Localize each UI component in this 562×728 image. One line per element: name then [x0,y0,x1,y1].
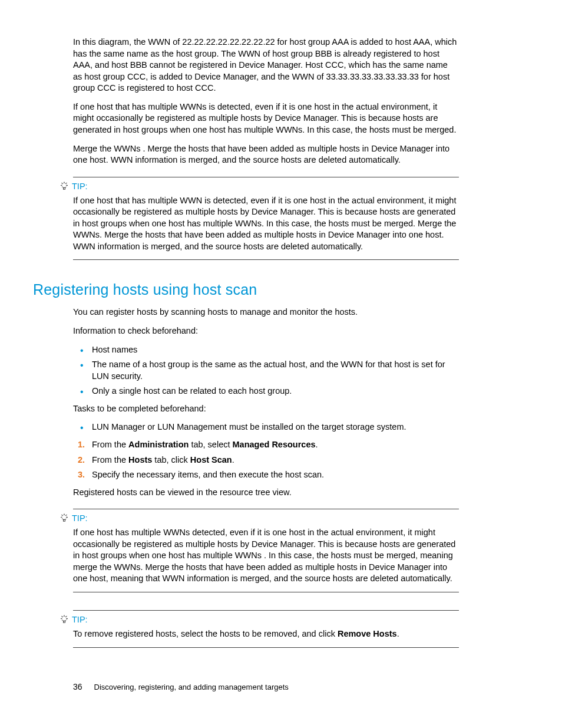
tip-label-row: TIP: [59,181,459,192]
tip-label: TIP: [72,182,88,191]
divider [73,259,459,260]
divider [73,509,459,509]
svg-point-7 [62,515,67,520]
tip-label: TIP: [72,615,88,624]
svg-rect-20 [64,621,65,622]
svg-point-14 [62,616,67,621]
section-heading: Registering hosts using host scan [33,281,459,298]
svg-line-18 [62,616,62,617]
tip-label-row: TIP: [59,513,459,523]
tip-label-row: TIP: [59,614,459,625]
section-p4: Registered hosts can be viewed in the re… [73,487,459,499]
footer-chapter: Discovering, registering, and adding man… [94,683,289,691]
intro-p2: If one host that has multiple WWNs is de… [73,101,459,136]
divider [73,647,459,648]
divider [73,592,459,592]
step-item: From the Administration tab, select Mana… [73,439,459,451]
steps-list: From the Administration tab, select Mana… [73,439,459,481]
page-footer: 36 Discovering, registering, and adding … [73,682,289,691]
intro-p1: In this diagram, the WWN of 22.22.22.22.… [73,37,459,94]
svg-line-4 [62,183,62,183]
svg-line-5 [66,183,67,183]
lightbulb-icon [59,181,70,192]
step-item: From the Hosts tab, click Host Scan. [73,454,459,466]
divider [73,177,459,177]
intro-p3: Merge the WWNs . Merge the hosts that ha… [73,143,459,166]
divider [73,610,459,611]
tip-label: TIP: [72,513,88,523]
intro-block: In this diagram, the WWN of 22.22.22.22.… [73,37,459,166]
list-item: The name of a host group is the same as … [73,359,459,382]
tip-text: If one host that has multiple WWN is det… [73,195,459,253]
tip-block-3: TIP: To remove registered hosts, select … [73,607,459,651]
page-number: 36 [73,682,82,691]
list-item: LUN Manager or LUN Management must be in… [73,421,459,433]
svg-line-12 [66,515,67,515]
section-body: You can register hosts by scanning hosts… [73,307,459,498]
svg-point-0 [62,183,67,187]
svg-line-19 [66,616,67,617]
lightbulb-icon [59,614,70,625]
section-p3: Tasks to be completed beforehand: [73,403,459,415]
svg-line-11 [62,515,62,515]
section-p1: You can register hosts by scanning hosts… [73,307,459,318]
step-item: Specify the necessary items, and then ex… [73,469,459,481]
bullet-list-1: Host names The name of a host group is t… [73,344,459,397]
section-p2: Information to check beforehand: [73,325,459,337]
bullet-list-2: LUN Manager or LUN Management must be in… [73,421,459,433]
list-item: Host names [73,344,459,356]
tip-text: To remove registered hosts, select the h… [73,628,459,640]
list-item: Only a single host can be related to eac… [73,386,459,397]
page: In this diagram, the WWN of 22.22.22.22.… [0,0,562,728]
tip-block-2: TIP: If one host has multiple WWNs detec… [73,505,459,596]
lightbulb-icon [59,513,70,523]
tip-block-1: TIP: If one host that has multiple WWN i… [73,173,459,264]
tip-text: If one host has multiple WWNs detected, … [73,527,459,585]
